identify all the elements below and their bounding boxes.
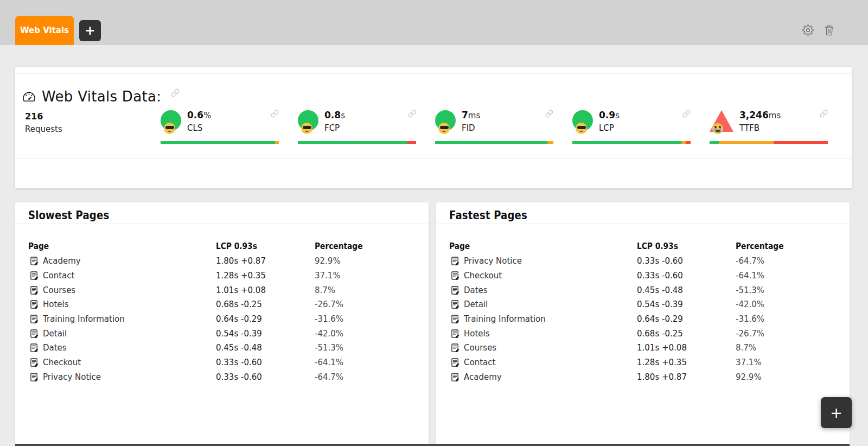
lcp-value-cell: 0.68s -0.25	[637, 329, 736, 339]
tab-web-vitals[interactable]: Web Vitals	[15, 16, 74, 45]
requests-value: 216	[25, 111, 62, 122]
link-icon[interactable]	[682, 110, 691, 118]
page-name: Checkout	[43, 358, 81, 367]
table-row[interactable]: Detail 0.54s -0.39 -42.0%	[28, 326, 416, 341]
metric-texts: 0.9s LCP	[599, 110, 620, 133]
percentage-cell: 92.9%	[736, 372, 837, 382]
page-name: Courses	[43, 285, 75, 295]
happy-sunglasses-face-icon	[161, 109, 182, 134]
table-row[interactable]: Detail 0.54s -0.39 -42.0%	[449, 297, 837, 312]
page-document-icon	[30, 286, 39, 295]
topbar-actions	[802, 24, 834, 36]
page-document-icon	[451, 343, 459, 352]
link-icon[interactable]	[408, 110, 416, 118]
table-row[interactable]: Dates 0.45s -0.48 -51.3%	[28, 341, 416, 355]
table-row[interactable]: Hotels 0.68s -0.25 -26.7%	[449, 326, 837, 341]
lcp-value-cell: 0.54s -0.39	[216, 329, 315, 339]
top-tab-bar: Web Vitals +	[0, 0, 868, 45]
overview-link-icon[interactable]	[171, 88, 180, 97]
percentage-cell: -51.3%	[736, 285, 837, 295]
metric-fcp: 0.8s FCP	[298, 109, 416, 145]
lcp-value-cell: 0.33s -0.60	[637, 256, 736, 266]
lcp-value-cell: 0.68s -0.25	[216, 300, 315, 309]
bar-segment-orange	[681, 141, 686, 144]
page-document-icon	[451, 373, 459, 381]
lcp-value-cell: 1.01s +0.08	[216, 285, 315, 295]
table-row[interactable]: Training Information 0.64s -0.29 -31.6%	[449, 312, 837, 327]
table-row[interactable]: Privacy Notice 0.33s -0.60 -64.7%	[28, 370, 416, 385]
percentage-cell: 37.1%	[315, 271, 416, 281]
link-icon[interactable]	[820, 110, 828, 118]
pages-table: PageLCP 0.93sPercentage Privacy Notice 0…	[436, 241, 850, 384]
page-name-cell: Training Information	[28, 314, 216, 324]
page-name: Academy	[464, 372, 502, 382]
metric-ttfb: 3,246ms TTFB	[710, 109, 828, 145]
happy-sunglasses-face-icon	[572, 109, 594, 134]
table-row[interactable]: Hotels 0.68s -0.25 -26.7%	[28, 297, 416, 312]
page-name-cell: Privacy Notice	[28, 372, 216, 382]
page-document-icon	[451, 300, 459, 309]
lcp-value-cell: 0.33s -0.60	[216, 372, 315, 382]
percentage-cell: -64.1%	[736, 271, 837, 281]
web-vitals-overview-card: Web Vitals Data: 216 Requests 0.6% CLS 0…	[15, 67, 852, 188]
requests-label: Requests	[25, 124, 62, 134]
overview-divider	[15, 158, 852, 158]
table-row[interactable]: Contact 1.28s +0.35 37.1%	[449, 355, 837, 370]
add-tab-label: +	[85, 24, 95, 37]
percentage-cell: -26.7%	[315, 300, 416, 309]
column-header: Percentage	[736, 241, 784, 251]
metric-fid: 7ms FID	[435, 109, 553, 145]
add-tab-button[interactable]: +	[79, 20, 101, 41]
percentage-cell: -31.6%	[315, 314, 416, 324]
link-icon[interactable]	[545, 110, 553, 118]
page-name-cell: Checkout	[449, 271, 637, 281]
link-icon[interactable]	[271, 110, 279, 118]
bar-segment-green	[710, 141, 719, 144]
page-name-cell: Training Information	[449, 314, 637, 324]
page-name-cell: Courses	[449, 343, 637, 353]
panel-title: Slowest Pages	[28, 209, 109, 222]
page-name: Detail	[43, 329, 67, 339]
page-name-cell: Detail	[28, 329, 216, 339]
table-row[interactable]: Courses 1.01s +0.08 8.7%	[449, 341, 837, 355]
overview-title: Web Vitals Data:	[42, 88, 161, 105]
metric-status-bar	[572, 141, 691, 144]
column-header: Page	[449, 241, 470, 251]
trash-icon[interactable]	[824, 24, 834, 36]
table-row[interactable]: Privacy Notice 0.33s -0.60 -64.7%	[449, 254, 837, 269]
table-header-row: PageLCP 0.93sPercentage	[28, 241, 416, 254]
metric-label: FCP	[324, 123, 345, 133]
page-document-icon	[30, 315, 39, 323]
crying-warning-triangle-icon	[710, 109, 735, 134]
lcp-value-cell: 1.28s +0.35	[216, 271, 315, 281]
metric-status-bar	[710, 141, 828, 144]
percentage-cell: 92.9%	[315, 256, 416, 266]
page-name-cell: Courses	[28, 285, 216, 295]
metric-value: 0.6%	[187, 110, 211, 120]
table-header-row: PageLCP 0.93sPercentage	[449, 241, 837, 254]
page-document-icon	[30, 300, 39, 309]
table-row[interactable]: Checkout 0.33s -0.60 -64.1%	[28, 355, 416, 370]
table-row[interactable]: Academy 1.80s +0.87 92.9%	[28, 254, 416, 269]
table-row[interactable]: Academy 1.80s +0.87 92.9%	[449, 370, 837, 385]
percentage-cell: -26.7%	[736, 329, 837, 339]
percentage-cell: -31.6%	[736, 314, 837, 324]
lcp-value-cell: 1.28s +0.35	[637, 358, 736, 367]
page-name-cell: Academy	[449, 372, 637, 382]
bar-segment-green	[298, 141, 407, 144]
table-row[interactable]: Contact 1.28s +0.35 37.1%	[28, 269, 416, 283]
metric-cls: 0.6% CLS	[161, 109, 279, 145]
metric-label: LCP	[599, 123, 620, 133]
table-row[interactable]: Training Information 0.64s -0.29 -31.6%	[28, 312, 416, 327]
card-top-divider	[15, 73, 852, 74]
slowest-pages-panel: Slowest Pages PageLCP 0.93sPercentage Ac…	[15, 202, 429, 446]
table-row[interactable]: Dates 0.45s -0.48 -51.3%	[449, 283, 837, 297]
percentage-cell: 37.1%	[736, 358, 837, 367]
percentage-cell: -64.7%	[736, 256, 837, 266]
bar-segment-orange	[547, 141, 553, 144]
page-name-cell: Checkout	[28, 358, 216, 367]
floating-add-button[interactable]: +	[821, 397, 852, 428]
table-row[interactable]: Checkout 0.33s -0.60 -64.1%	[449, 269, 837, 283]
table-row[interactable]: Courses 1.01s +0.08 8.7%	[28, 283, 416, 297]
settings-gear-icon[interactable]	[802, 24, 814, 36]
